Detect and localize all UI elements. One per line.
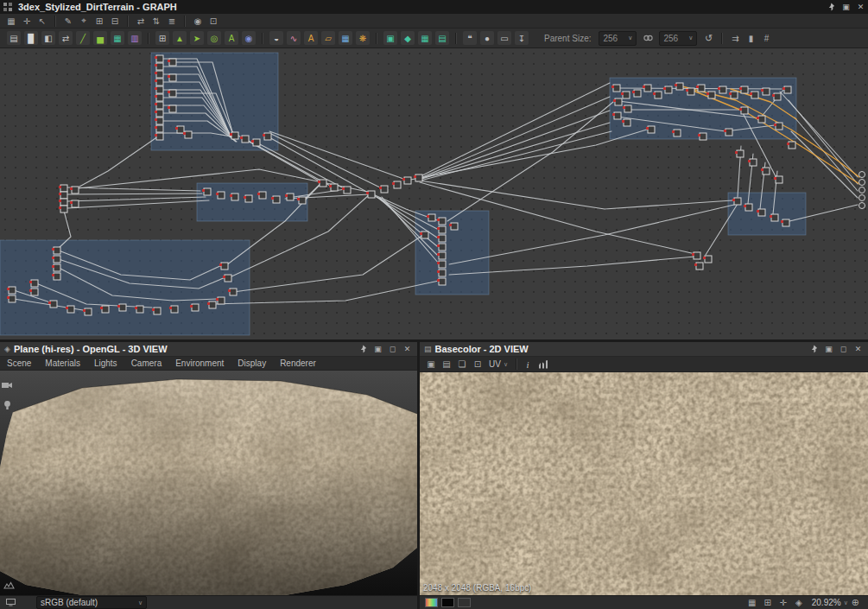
graph-node[interactable]	[60, 199, 67, 206]
graph-node[interactable]	[273, 196, 280, 203]
graph-node[interactable]	[725, 129, 732, 136]
export-image-icon[interactable]: ▤	[440, 358, 453, 371]
graph-node[interactable]	[54, 264, 60, 271]
background-gray-swatch[interactable]	[458, 598, 471, 607]
graph-node[interactable]	[50, 301, 57, 308]
graph-wire[interactable]	[421, 83, 610, 176]
graph-wire[interactable]	[67, 197, 206, 201]
graph-node[interactable]	[731, 92, 738, 98]
graph-node[interactable]	[169, 105, 176, 112]
graph-node[interactable]	[615, 98, 622, 105]
blend-node-icon[interactable]: ◧	[41, 31, 55, 45]
graph-node[interactable]	[54, 256, 60, 263]
graph-node[interactable]	[156, 55, 163, 62]
graph-node[interactable]	[439, 218, 446, 225]
view3d-close-button[interactable]: ✕	[400, 343, 415, 355]
graph-node[interactable]	[156, 79, 163, 86]
graph-node[interactable]	[774, 93, 781, 100]
graph-node[interactable]	[737, 150, 744, 157]
pan-view-icon[interactable]: ✛	[776, 596, 790, 609]
view3d-float-button[interactable]: ▣	[371, 343, 385, 355]
tile-generator-node-icon[interactable]: ▦	[418, 31, 432, 45]
graph-node[interactable]	[439, 261, 446, 268]
fit-view-icon[interactable]: ⊡	[471, 358, 485, 371]
graph-node[interactable]	[218, 297, 225, 304]
graph-node[interactable]	[676, 83, 683, 90]
graph-node[interactable]	[169, 90, 176, 97]
pan-tool-icon[interactable]: ✛	[20, 15, 34, 28]
normal-node-icon[interactable]: ◉	[242, 31, 256, 45]
comment-node-icon[interactable]: ❝	[463, 31, 477, 45]
view3d-maximize-button[interactable]: ◻	[385, 343, 400, 355]
uv-mode-select[interactable]: UV ∨	[489, 359, 508, 369]
light-bulb-icon[interactable]	[2, 400, 13, 410]
select-tool-icon[interactable]: ↖	[35, 15, 49, 28]
graph-node[interactable]	[782, 219, 789, 226]
s-curve-node-icon[interactable]: ∿	[287, 31, 301, 45]
graph-node[interactable]	[156, 94, 163, 101]
add-node-tool-icon[interactable]: ⊞	[92, 15, 106, 28]
graph-node[interactable]	[225, 275, 231, 282]
graph-output-pin[interactable]	[859, 187, 865, 193]
graph-output-pin[interactable]	[859, 172, 865, 178]
colorspace-select[interactable]: sRGB (default) ∨	[36, 596, 147, 609]
gradient-node-icon[interactable]: ▤	[435, 31, 449, 45]
graph-wire[interactable]	[79, 136, 158, 187]
view2d-float-button[interactable]: ▣	[821, 343, 836, 355]
graph-wire[interactable]	[420, 181, 732, 209]
zoom-icon[interactable]: ⊕	[852, 597, 859, 608]
graph-wire[interactable]	[67, 193, 202, 194]
graph-node[interactable]	[102, 306, 109, 313]
remove-node-tool-icon[interactable]: ⊟	[108, 15, 122, 28]
save-image-icon[interactable]: ▣	[424, 358, 438, 371]
graph-node[interactable]	[415, 174, 422, 181]
levels-node-icon[interactable]: ▅	[93, 31, 107, 45]
view3d-display-toggle[interactable]	[3, 577, 15, 593]
view2d-viewport[interactable]	[420, 372, 868, 595]
swap-horizontal-tool-icon[interactable]: ⇄	[134, 15, 148, 28]
graph-node[interactable]	[192, 304, 199, 311]
graph-node[interactable]	[634, 90, 641, 97]
graph-node[interactable]	[614, 112, 621, 119]
directional-warp-node-icon[interactable]: ➤	[190, 31, 204, 45]
instance-parameters-icon[interactable]: ⇉	[728, 32, 742, 45]
graph-node[interactable]	[745, 204, 752, 211]
graph-node[interactable]	[169, 74, 176, 81]
frame-node-icon[interactable]: ▭	[497, 31, 511, 45]
hsl-node-icon[interactable]: ▦	[111, 31, 124, 45]
graph-node[interactable]	[156, 133, 163, 140]
graph-node[interactable]	[694, 252, 700, 259]
graph-wire[interactable]	[417, 131, 611, 181]
curve-node-icon[interactable]: ╱	[76, 31, 90, 45]
graph-frame[interactable]	[0, 240, 250, 335]
view3d-pin-button[interactable]	[356, 343, 371, 355]
graph-node[interactable]	[156, 71, 163, 78]
auto-layout-tool-icon[interactable]: ≣	[165, 15, 179, 28]
resource-state-icon[interactable]: ▮	[744, 32, 757, 45]
graph-view-icon[interactable]: ▦	[4, 15, 18, 28]
graph-node[interactable]	[439, 235, 446, 242]
graph-node[interactable]	[231, 132, 238, 139]
snap-grid-icon[interactable]: #	[759, 32, 773, 45]
display-settings-icon[interactable]	[3, 597, 17, 608]
graph-node[interactable]	[687, 88, 694, 95]
graph-node[interactable]	[54, 273, 60, 280]
graph-node[interactable]	[259, 192, 266, 199]
zoom-level-value[interactable]: 20.92%	[812, 598, 841, 607]
histogram-button[interactable]	[539, 360, 549, 369]
graph-node[interactable]	[421, 232, 428, 238]
graph-node[interactable]	[119, 304, 126, 311]
view2d-pin-button[interactable]	[807, 343, 821, 355]
graph-node[interactable]	[264, 133, 271, 140]
graph-node[interactable]	[218, 192, 225, 199]
graph-wire[interactable]	[67, 200, 209, 208]
graph-node[interactable]	[31, 289, 38, 295]
gradient-map-node-icon[interactable]: ▥	[128, 31, 142, 45]
graph-node[interactable]	[72, 200, 79, 207]
graph-wire[interactable]	[269, 131, 406, 180]
shape-node-icon[interactable]: ◆	[401, 31, 415, 45]
graph-node[interactable]	[331, 184, 338, 191]
graph-node[interactable]	[708, 92, 715, 98]
sharpen-node-icon[interactable]: ▲	[173, 31, 187, 45]
graph-node[interactable]	[750, 159, 757, 166]
